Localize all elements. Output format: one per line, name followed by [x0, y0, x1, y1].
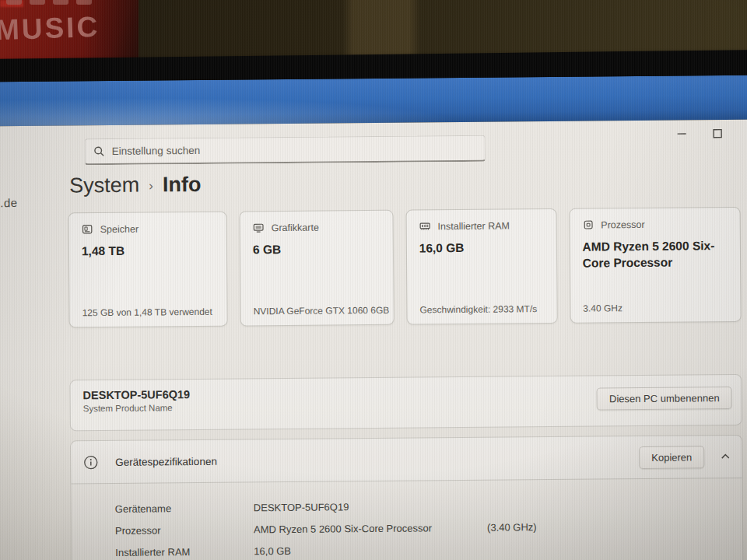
- page-title: Info: [163, 173, 202, 197]
- spec-value: 16,0 GB: [254, 543, 487, 557]
- card-value: 16,0 GB: [419, 240, 544, 257]
- ram-icon: [419, 220, 430, 232]
- card-processor[interactable]: Prozessor AMD Ryzen 5 2600 Six-Core Proc…: [569, 207, 742, 324]
- poster-cropped-letters: [6, 0, 92, 5]
- card-caption: 3.40 GHz: [583, 302, 732, 314]
- spec-extra: (3.40 GHz): [487, 521, 537, 534]
- spec-value: DESKTOP-5UF6Q19: [254, 499, 487, 513]
- spec-label: Prozessor: [115, 523, 254, 537]
- maximize-button[interactable]: [709, 124, 726, 142]
- window-controls: [673, 124, 747, 143]
- chevron-right-icon: ›: [149, 178, 153, 194]
- breadcrumb-system[interactable]: System: [69, 173, 139, 198]
- wall-highlight: [342, 0, 420, 62]
- search-input[interactable]: [112, 142, 477, 157]
- card-ram[interactable]: Installierter RAM 16,0 GB Geschwindigkei…: [405, 208, 557, 325]
- settings-window: o.de System › Info Speicher 1,48 TB 125 …: [0, 120, 747, 560]
- music-poster: MUSIC: [0, 0, 139, 61]
- card-label: Speicher: [100, 223, 139, 234]
- device-specs-expander[interactable]: Gerätespezifikationen Kopieren: [70, 435, 742, 485]
- device-name-card: DESKTOP-5UF6Q19 System Product Name Dies…: [69, 374, 742, 432]
- specs-title: Gerätespezifikationen: [115, 455, 217, 467]
- card-caption: Geschwindigkeit: 2933 MT/s: [419, 303, 549, 315]
- card-value: AMD Ryzen 5 2600 Six-Core Processor: [582, 238, 722, 271]
- card-graphics[interactable]: Grafikkarte 6 GB NVIDIA GeForce GTX 1060…: [239, 210, 394, 327]
- card-caption: NVIDIA GeForce GTX 1060 6GB: [254, 305, 386, 317]
- chevron-up-icon[interactable]: [720, 451, 731, 462]
- breadcrumb: System › Info: [69, 173, 201, 198]
- minimize-button[interactable]: [673, 124, 690, 142]
- device-specs-table: Gerätename DESKTOP-5UF6Q19 Prozessor AMD…: [71, 478, 745, 560]
- spec-value: AMD Ryzen 5 2600 Six-Core Processor: [254, 521, 487, 535]
- gpu-icon: [253, 222, 265, 233]
- rename-pc-button[interactable]: Diesen PC umbenennen: [597, 387, 732, 411]
- info-icon: [83, 455, 98, 470]
- settings-search[interactable]: [85, 135, 486, 165]
- photo-of-monitor: MUSIC o.de: [0, 0, 747, 560]
- storage-icon: [82, 223, 93, 235]
- photo-watermark: o.de: [0, 196, 18, 209]
- card-label: Installierter RAM: [437, 220, 510, 232]
- spec-label: Gerätename: [115, 502, 254, 515]
- monitor-screen: o.de System › Info Speicher 1,48 TB 125 …: [0, 75, 747, 560]
- cpu-icon: [582, 219, 594, 231]
- card-storage[interactable]: Speicher 1,48 TB 125 GB von 1,48 TB verw…: [68, 212, 227, 328]
- copy-button[interactable]: Kopieren: [639, 446, 704, 469]
- spec-cards: Speicher 1,48 TB 125 GB von 1,48 TB verw…: [68, 207, 741, 328]
- spec-label: Installierter RAM: [115, 545, 254, 558]
- poster-highlight: [0, 0, 23, 7]
- desktop-wallpaper: [0, 75, 747, 127]
- close-button[interactable]: [745, 124, 747, 142]
- poster-text: MUSIC: [0, 11, 100, 47]
- card-label: Grafikkarte: [272, 222, 319, 233]
- card-label: Prozessor: [601, 219, 644, 229]
- card-value: 6 GB: [253, 241, 381, 258]
- card-caption: 125 GB von 1,48 TB verwendet: [82, 306, 219, 319]
- search-icon: [93, 145, 105, 157]
- card-value: 1,48 TB: [82, 243, 214, 260]
